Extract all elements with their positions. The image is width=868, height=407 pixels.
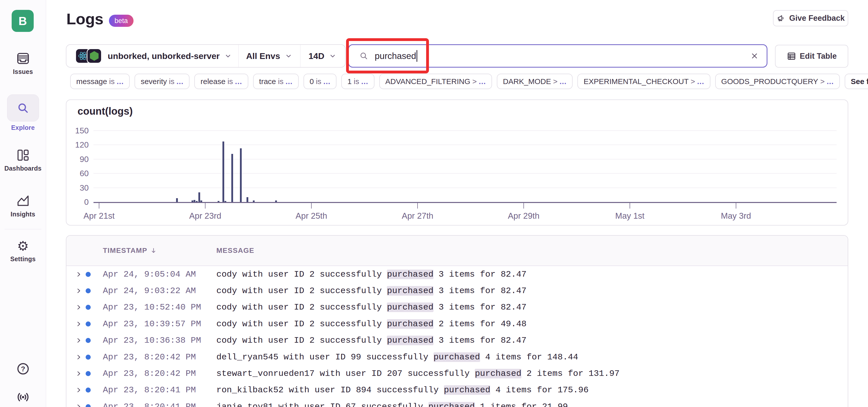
chevron-down-icon: [284, 52, 293, 60]
chart-bar[interactable]: [275, 200, 277, 202]
expand-row-chevron-icon[interactable]: [75, 370, 83, 378]
logs-table-header: TIMESTAMP MESSAGE: [66, 236, 848, 266]
filter-chip-text: ADVANCED_FILTERING: [385, 77, 470, 86]
message-cell: janie_toy81 with user ID 67 successfully…: [216, 402, 568, 407]
y-axis-tick-label: 120: [66, 140, 89, 149]
log-row[interactable]: Apr 23, 8:20:42 PMdell_ryan545 with user…: [66, 349, 848, 365]
y-axis-tick-label: 150: [66, 126, 89, 135]
log-row[interactable]: Apr 24, 9:03:22 AMcody with user ID 2 su…: [66, 282, 848, 299]
y-axis-tick-label: 90: [66, 155, 89, 164]
sidebar-item-dashboards[interactable]: Dashboards: [0, 148, 46, 172]
log-row[interactable]: Apr 23, 10:36:38 PMcody with user ID 2 s…: [66, 332, 848, 349]
filter-chip[interactable]: ADVANCED_FILTERING>...: [379, 74, 492, 89]
chart-bar[interactable]: [198, 192, 200, 202]
help-icon: ?: [0, 362, 46, 376]
expand-row-chevron-icon[interactable]: [75, 270, 83, 278]
whats-new-button[interactable]: [0, 390, 46, 404]
expand-row-chevron-icon[interactable]: [75, 303, 83, 311]
give-feedback-button[interactable]: Give Feedback: [773, 10, 848, 26]
expand-row-chevron-icon[interactable]: [75, 386, 83, 394]
severity-dot: [86, 387, 91, 393]
chart-bar[interactable]: [193, 200, 195, 202]
chart-bar[interactable]: [231, 154, 233, 202]
message-cell: cody with user ID 2 successfully purchas…: [216, 270, 526, 279]
filter-chip-text: is: [167, 77, 177, 86]
expand-row-chevron-icon[interactable]: [75, 403, 83, 407]
filter-chip-text: is: [314, 77, 323, 86]
timestamp-cell: Apr 24, 9:05:04 AM: [103, 270, 196, 279]
chart-bar[interactable]: [200, 200, 202, 202]
log-row[interactable]: Apr 23, 8:20:42 PMstewart_vonrueden17 wi…: [66, 365, 848, 382]
filter-chip-text: >: [689, 77, 697, 86]
log-row[interactable]: Apr 24, 9:05:04 AMcody with user ID 2 su…: [66, 266, 848, 282]
gridline: [93, 173, 837, 174]
expand-row-chevron-icon[interactable]: [75, 336, 83, 344]
chart-bar[interactable]: [218, 201, 219, 202]
sidebar-item-label: Explore: [0, 124, 46, 131]
clear-search-icon[interactable]: [750, 52, 759, 61]
timestamp-cell: Apr 23, 10:39:57 PM: [103, 319, 201, 329]
sidebar-item-explore[interactable]: Explore: [0, 94, 46, 131]
sidebar-item-issues[interactable]: Issues: [0, 52, 46, 75]
expand-row-chevron-icon[interactable]: [75, 353, 83, 361]
x-axis-tick-label: Apr 25th: [283, 211, 339, 221]
log-row[interactable]: Apr 23, 10:39:57 PMcody with user ID 2 s…: [66, 316, 848, 332]
column-header-message[interactable]: MESSAGE: [216, 236, 254, 266]
insights-chart-icon: [0, 194, 46, 208]
filter-chip-text: message: [76, 77, 107, 86]
sidebar-item-label: Issues: [0, 68, 46, 75]
expand-row-chevron-icon[interactable]: [75, 320, 83, 328]
column-header-timestamp[interactable]: TIMESTAMP: [103, 236, 157, 266]
filter-chip-text: is: [352, 77, 361, 86]
filter-chip[interactable]: EXPERIMENTAL_CHECKOUT>...: [578, 74, 710, 89]
filter-chip[interactable]: GOODS_PRODUCTQUERY>...: [715, 74, 840, 89]
help-button[interactable]: ?: [0, 362, 46, 376]
filter-chip-text: GOODS_PRODUCTQUERY: [721, 77, 818, 86]
chart-bar[interactable]: [224, 201, 226, 202]
search-input[interactable]: purchased: [348, 44, 767, 68]
chart-bar[interactable]: [176, 198, 178, 202]
see-full-list-chip[interactable]: See full list: [845, 74, 868, 89]
timestamp-cell: Apr 23, 8:20:42 PM: [103, 369, 196, 378]
megaphone-icon: [777, 14, 786, 23]
log-row[interactable]: Apr 23, 8:20:41 PMron_kilback52 with use…: [66, 382, 848, 398]
gridline: [93, 159, 837, 160]
filter-chip-text: ...: [117, 77, 124, 86]
chart-plot-area[interactable]: [93, 131, 837, 203]
chart-bar[interactable]: [191, 200, 193, 202]
sidebar-item-label: Settings: [0, 256, 46, 263]
filter-chip[interactable]: 1is...: [341, 74, 374, 89]
column-header-label: MESSAGE: [216, 246, 254, 255]
filter-chip[interactable]: messageis...: [70, 74, 130, 89]
timestamp-cell: Apr 23, 8:20:42 PM: [103, 352, 196, 362]
filter-chip[interactable]: DARK_MODE>...: [497, 74, 573, 89]
search-match-highlight: purchased: [387, 319, 433, 329]
x-axis-tick-label: May 1st: [602, 211, 658, 221]
chart-bar[interactable]: [222, 141, 224, 202]
filter-chip[interactable]: severityis...: [134, 74, 189, 89]
filter-chip[interactable]: traceis...: [253, 74, 299, 89]
severity-dot: [86, 371, 91, 376]
filter-chip-text: is: [107, 77, 117, 86]
date-range-selector[interactable]: 14D: [300, 45, 345, 67]
log-row[interactable]: Apr 23, 8:20:41 PMjanie_toy81 with user …: [66, 398, 848, 407]
chart-bar[interactable]: [196, 201, 197, 202]
logs-table: TIMESTAMP MESSAGE Apr 24, 9:05:04 AMcody…: [66, 235, 848, 407]
org-avatar[interactable]: B: [12, 10, 34, 32]
expand-row-chevron-icon[interactable]: [75, 287, 83, 295]
filter-chip[interactable]: releaseis...: [194, 74, 248, 89]
broadcast-icon: [0, 390, 46, 404]
svg-text:?: ?: [21, 365, 25, 373]
chart-bar[interactable]: [240, 148, 242, 202]
log-row[interactable]: Apr 23, 10:52:40 PMcody with user ID 2 s…: [66, 299, 848, 316]
chart-bar[interactable]: [247, 197, 248, 202]
chart-bar[interactable]: [253, 200, 255, 202]
timestamp-cell: Apr 23, 10:36:38 PM: [103, 336, 201, 345]
sidebar-item-settings[interactable]: ⚙ Settings: [0, 239, 46, 263]
page-filter-bar: unborked, unborked-server All Envs 14D: [66, 44, 346, 68]
filter-chip[interactable]: 0is...: [304, 74, 337, 89]
edit-table-button[interactable]: Edit Table: [775, 45, 848, 68]
sidebar-item-insights[interactable]: Insights: [0, 194, 46, 218]
project-selector[interactable]: unborked, unborked-server: [66, 45, 239, 67]
environment-selector[interactable]: All Envs: [239, 45, 300, 67]
